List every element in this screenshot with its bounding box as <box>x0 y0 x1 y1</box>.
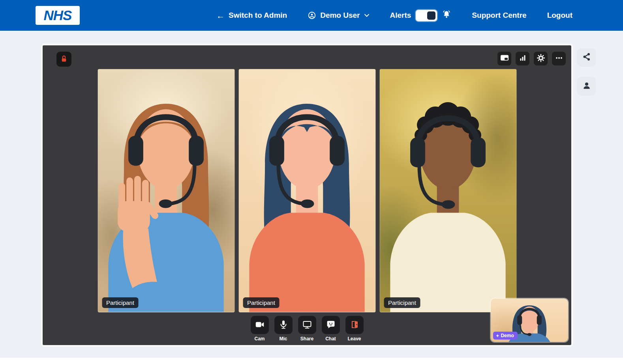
person-illustration-woman <box>239 69 375 312</box>
share-screen-button[interactable] <box>298 316 316 334</box>
user-circle-icon <box>308 11 316 20</box>
mic-button[interactable] <box>274 316 293 334</box>
cam-label: Cam <box>254 336 265 342</box>
chat-label: Chat <box>325 336 336 342</box>
mic-label: Mic <box>279 336 287 342</box>
nhs-logo[interactable]: NHS <box>36 6 80 25</box>
chat-button[interactable] <box>322 316 340 334</box>
leave-button[interactable] <box>345 316 364 334</box>
unlock-icon <box>60 54 68 64</box>
gear-icon <box>537 54 545 63</box>
camera-icon <box>255 320 265 330</box>
logout-label: Logout <box>547 11 572 20</box>
participant-tile-3: Participant <box>379 69 516 312</box>
monitor-icon <box>302 320 312 330</box>
sparkle-icon: ✦ <box>496 334 499 338</box>
support-centre-link[interactable]: Support Centre <box>472 11 526 20</box>
mic-capsule <box>300 200 314 208</box>
switch-to-admin-label: Switch to Admin <box>229 11 287 20</box>
share-label: Share <box>300 336 313 342</box>
self-name-badge: ✦ Demo <box>493 332 518 340</box>
self-name-label: Demo <box>501 333 514 338</box>
cam-button[interactable] <box>251 316 269 334</box>
picture-in-picture-button[interactable] <box>497 52 511 65</box>
chevron-down-icon <box>364 13 370 17</box>
headset-cup-right <box>189 136 204 166</box>
bell-icon[interactable] <box>442 10 451 21</box>
header-nav: ← Switch to Admin Demo User Alerts <box>216 10 572 21</box>
user-name-label: Demo User <box>320 11 360 20</box>
leave-control: Leave <box>345 316 364 342</box>
side-rail <box>577 48 596 95</box>
mic-capsule <box>527 333 531 336</box>
person-illustration-man <box>380 69 516 312</box>
alerts-toggle-knob <box>427 11 435 20</box>
mic-capsule <box>441 200 455 209</box>
back-arrow-icon: ← <box>216 11 225 20</box>
self-view-thumbnail[interactable]: ✦ Demo <box>491 299 568 342</box>
alerts-toggle[interactable] <box>416 10 437 21</box>
headset-cup-right <box>471 138 486 168</box>
microphone-icon <box>279 320 288 330</box>
chat-bubble-icon <box>326 320 336 330</box>
exit-door-icon <box>350 320 359 330</box>
participant-tile-1: Participant <box>98 69 235 312</box>
top-nav-bar: NHS ← Switch to Admin Demo User Alert <box>0 0 623 31</box>
video-meeting-panel: Participant Participant <box>43 45 571 345</box>
ellipsis-icon <box>555 54 563 63</box>
nhs-logo-text: NHS <box>44 7 72 23</box>
person-icon <box>582 81 591 91</box>
lock-button[interactable] <box>56 52 71 67</box>
share-nodes-icon <box>582 52 591 63</box>
participant-grid: Participant Participant <box>98 69 516 312</box>
headset-cup-left <box>128 136 143 166</box>
participant-name-badge: Participant <box>243 297 280 308</box>
more-options-button[interactable] <box>552 52 566 65</box>
alerts-control: Alerts <box>390 10 452 21</box>
user-menu[interactable]: Demo User <box>308 11 369 20</box>
participants-panel-button[interactable] <box>577 77 596 95</box>
switch-to-admin-link[interactable]: ← Switch to Admin <box>216 11 287 20</box>
stage-toolbar <box>497 52 566 65</box>
participant-name-badge: Participant <box>384 297 420 308</box>
footer-strip <box>0 358 623 364</box>
headset-cup-left <box>269 136 284 166</box>
participant-name-badge: Participant <box>102 297 139 308</box>
participant-tile-2: Participant <box>238 69 375 312</box>
alerts-label: Alerts <box>390 11 411 20</box>
support-centre-label: Support Centre <box>472 11 526 20</box>
chat-control: Chat <box>322 316 340 342</box>
leave-label: Leave <box>347 336 361 342</box>
headset-cup-right <box>330 136 345 166</box>
stats-bars-icon <box>518 54 527 63</box>
settings-button[interactable] <box>534 52 548 65</box>
picture-in-picture-icon <box>500 53 509 64</box>
mic-control: Mic <box>274 316 293 342</box>
stats-button[interactable] <box>516 52 529 65</box>
headset-cup-left <box>410 138 425 168</box>
logout-link[interactable]: Logout <box>547 11 572 20</box>
mic-capsule <box>159 200 172 208</box>
share-control: Share <box>298 316 316 342</box>
cam-control: Cam <box>251 316 269 342</box>
person-illustration-waving-woman <box>98 69 234 312</box>
share-meeting-button[interactable] <box>577 48 596 67</box>
call-controls: Cam Mic <box>251 316 364 342</box>
headset-cup-right <box>537 315 542 325</box>
